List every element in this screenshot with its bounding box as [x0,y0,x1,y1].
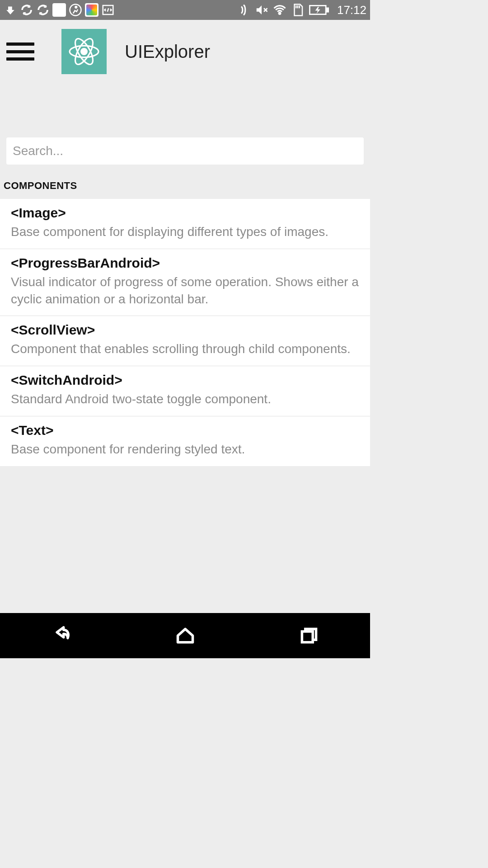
list-item[interactable]: <Text> Base component for rendering styl… [0,416,370,466]
list-item-title: <ScrollView> [11,322,359,338]
list-item-title: <ProgressBarAndroid> [11,255,359,271]
svg-rect-13 [302,632,313,642]
android-nav-bar [0,613,370,658]
list-item-desc: Standard Android two-state toggle compon… [11,391,359,408]
svg-rect-6 [299,5,300,8]
list-item[interactable]: <ScrollView> Component that enables scro… [0,316,370,366]
list-item-title: <SwitchAndroid> [11,373,359,388]
wifi-icon [273,3,286,17]
svg-rect-8 [326,8,328,12]
search-container [0,79,370,170]
list-item[interactable]: <ProgressBarAndroid> Visual indicator of… [0,249,370,316]
status-bar: 17:12 [0,0,370,20]
sd-card-icon [291,3,305,17]
list-item[interactable]: <SwitchAndroid> Standard Android two-sta… [0,366,370,416]
home-button[interactable] [172,622,199,649]
list-item-desc: Base component for displaying different … [11,223,359,241]
sync-icon [20,3,33,17]
recent-apps-button[interactable] [295,622,322,649]
svg-point-1 [75,6,77,8]
menu-button[interactable] [6,41,34,62]
list-item-title: <Image> [11,205,359,221]
battery-charging-icon [309,3,329,17]
sync-icon-2 [36,3,50,17]
svg-rect-4 [296,5,297,8]
vibrate-icon [237,3,250,17]
status-right-icons: 17:12 [237,3,366,17]
app-icon-2 [85,3,99,17]
react-logo-icon [61,29,107,74]
list-item[interactable]: <Image> Base component for displaying di… [0,199,370,249]
status-left-icons [4,3,115,17]
app-icon-1 [52,3,66,17]
running-icon [69,3,82,17]
download-icon [4,3,17,17]
app-header: UIExplorer [0,20,370,79]
volume-mute-icon [255,3,268,17]
back-button[interactable] [48,622,75,649]
status-time: 17:12 [337,3,366,17]
list-item-title: <Text> [11,423,359,438]
svg-rect-5 [297,5,299,8]
component-list[interactable]: <Image> Base component for displaying di… [0,199,370,466]
list-item-desc: Component that enables scrolling through… [11,340,359,358]
svg-point-3 [279,13,281,14]
svg-point-12 [81,49,87,55]
list-item-desc: Visual indicator of progress of some ope… [11,274,359,308]
dev-icon [101,3,115,17]
list-item-desc: Base component for rendering styled text… [11,441,359,458]
app-title: UIExplorer [125,42,210,62]
search-input[interactable] [6,137,364,165]
section-header: COMPONENTS [0,170,370,199]
